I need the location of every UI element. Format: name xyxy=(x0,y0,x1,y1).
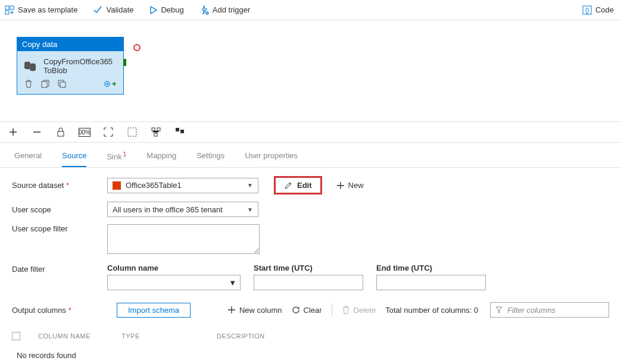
clone-icon[interactable] xyxy=(41,80,49,88)
date-filter-label: Date filter xyxy=(12,263,107,274)
activity-header: Copy data xyxy=(17,37,123,51)
add-trigger-label: Add trigger xyxy=(213,5,251,14)
zoom-out-icon[interactable] xyxy=(31,127,43,137)
start-time-input[interactable] xyxy=(254,275,363,290)
col-header-type: TYPE xyxy=(121,332,199,340)
tab-settings[interactable]: Settings xyxy=(196,148,224,167)
svg-rect-13 xyxy=(152,128,155,131)
validate-button[interactable]: Validate xyxy=(93,5,133,15)
end-time-input[interactable] xyxy=(376,275,486,290)
code-icon: {} xyxy=(582,5,592,15)
add-trigger-button[interactable]: Add trigger xyxy=(199,5,251,15)
total-columns-text: Total number of columns: 0 xyxy=(385,306,478,315)
svg-rect-0 xyxy=(5,6,9,10)
user-scope-filter-input[interactable] xyxy=(107,224,260,254)
copy-data-icon xyxy=(23,60,38,72)
output-columns-table-header: COLUMN NAME TYPE DESCRIPTION xyxy=(0,326,621,345)
trash-icon xyxy=(342,306,350,314)
filter-icon xyxy=(495,306,503,313)
svg-rect-8 xyxy=(42,81,47,87)
zoom-in-icon[interactable] xyxy=(7,127,19,137)
user-scope-value: All users in the office 365 tenant xyxy=(113,205,223,214)
fullscreen-icon[interactable] xyxy=(126,127,138,137)
select-all-checkbox[interactable] xyxy=(12,332,20,340)
plus-icon xyxy=(227,306,236,314)
add-output-icon[interactable] xyxy=(104,80,116,88)
debug-button[interactable]: Debug xyxy=(149,5,183,14)
tab-general[interactable]: General xyxy=(14,148,42,167)
save-template-label: Save as template xyxy=(18,5,77,14)
svg-rect-9 xyxy=(60,82,65,87)
chevron-down-icon: ▼ xyxy=(247,206,253,213)
source-dataset-label: Source dataset xyxy=(12,181,107,190)
edit-button[interactable]: Edit xyxy=(274,176,322,194)
fit-to-screen-icon[interactable] xyxy=(102,127,114,137)
delete-icon[interactable] xyxy=(24,80,33,88)
svg-rect-11 xyxy=(58,131,64,136)
autolayout-icon[interactable] xyxy=(150,127,162,137)
output-columns-label: Output columns xyxy=(12,306,107,315)
svg-rect-1 xyxy=(10,6,14,10)
edit-label: Edit xyxy=(297,181,312,190)
office365-icon xyxy=(113,181,121,190)
code-button[interactable]: {} Code xyxy=(582,5,614,15)
date-column-dropdown[interactable]: ▼ xyxy=(107,275,241,290)
tab-mapping[interactable]: Mapping xyxy=(146,148,176,167)
chevron-down-icon: ▼ xyxy=(247,182,253,189)
play-icon xyxy=(149,6,157,14)
col-header-desc: DESCRIPTION xyxy=(217,332,265,340)
filter-columns-input[interactable]: Filter columns xyxy=(490,302,609,318)
trigger-icon xyxy=(199,5,209,15)
new-dataset-button[interactable]: New xyxy=(336,181,364,190)
user-scope-filter-label: User scope filter xyxy=(12,224,107,233)
validate-label: Validate xyxy=(106,5,133,14)
col-header-name: COLUMN NAME xyxy=(38,332,104,340)
no-records-text: No records found xyxy=(0,345,621,364)
save-template-icon xyxy=(5,5,14,15)
save-template-button[interactable]: Save as template xyxy=(5,5,77,15)
pipeline-canvas[interactable]: Copy data CopyFromOffice365ToBlob xyxy=(0,20,621,121)
clear-button[interactable]: Clear xyxy=(292,306,322,315)
user-scope-label: User scope xyxy=(12,205,107,214)
start-time-header: Start time (UTC) xyxy=(254,263,363,272)
tab-source[interactable]: Source xyxy=(62,148,86,167)
copy-data-activity[interactable]: Copy data CopyFromOffice365ToBlob xyxy=(17,37,124,95)
sink-error-count: 1 xyxy=(123,151,127,158)
separator xyxy=(332,304,332,316)
source-form: Source dataset Office365Table1 ▼ Edit Ne… xyxy=(0,168,621,326)
activity-name: CopyFromOffice365ToBlob xyxy=(43,57,117,75)
svg-rect-15 xyxy=(154,133,157,136)
source-dataset-dropdown[interactable]: Office365Table1 ▼ xyxy=(107,178,258,193)
output-handle[interactable] xyxy=(123,59,126,66)
debug-label: Debug xyxy=(161,5,183,14)
canvas-toolbar: 00% xyxy=(0,121,621,143)
svg-rect-16 xyxy=(176,128,179,131)
plus-icon xyxy=(336,181,345,190)
user-scope-dropdown[interactable]: All users in the office 365 tenant ▼ xyxy=(107,202,258,217)
svg-rect-2 xyxy=(5,11,9,14)
delete-button: Delete xyxy=(342,306,376,315)
detail-tabs: General Source Sink1 Mapping Settings Us… xyxy=(0,143,621,168)
svg-rect-14 xyxy=(157,128,160,131)
chevron-down-icon: ▼ xyxy=(229,278,236,287)
end-time-header: End time (UTC) xyxy=(376,263,486,272)
filter-placeholder: Filter columns xyxy=(507,306,556,315)
refresh-icon xyxy=(292,306,300,314)
tab-sink[interactable]: Sink1 xyxy=(107,148,126,167)
import-schema-button[interactable]: Import schema xyxy=(117,303,191,318)
tab-user-properties[interactable]: User properties xyxy=(245,148,298,167)
new-label: New xyxy=(348,181,364,190)
new-column-button[interactable]: New column xyxy=(227,306,282,315)
svg-rect-17 xyxy=(180,130,184,133)
validation-error-dot-icon xyxy=(133,44,141,51)
zoom-reset-icon[interactable]: 00% xyxy=(79,128,91,137)
check-icon xyxy=(93,5,102,15)
top-toolbar: Save as template Validate Debug Add trig… xyxy=(0,0,621,20)
svg-rect-12 xyxy=(128,128,136,136)
pencil-icon xyxy=(284,181,292,190)
minimap-icon[interactable] xyxy=(174,127,186,137)
source-dataset-value: Office365Table1 xyxy=(126,181,182,190)
copy-icon[interactable] xyxy=(58,80,66,88)
svg-text:{}: {} xyxy=(585,7,589,14)
lock-icon[interactable] xyxy=(55,127,67,137)
